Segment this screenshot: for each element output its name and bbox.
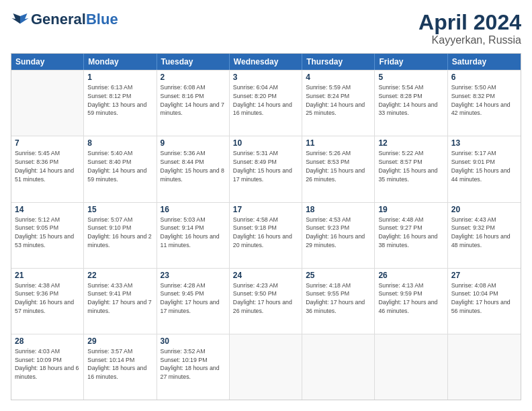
header-cell-friday: Friday — [375, 54, 447, 70]
calendar-cell — [448, 334, 521, 400]
calendar-cell — [302, 334, 375, 400]
calendar-cell: 8Sunrise: 5:40 AMSunset: 8:40 PMDaylight… — [84, 136, 157, 201]
day-number: 14 — [15, 205, 80, 214]
calendar-cell: 28Sunrise: 4:03 AMSunset: 10:09 PMDaylig… — [11, 334, 84, 400]
calendar-cell — [11, 71, 84, 136]
day-info: Sunrise: 5:07 AMSunset: 9:10 PMDaylight:… — [87, 216, 152, 250]
calendar-cell: 10Sunrise: 5:31 AMSunset: 8:49 PMDayligh… — [230, 136, 302, 201]
calendar-row-1: 7Sunrise: 5:45 AMSunset: 8:36 PMDaylight… — [11, 136, 521, 201]
calendar-cell: 29Sunrise: 3:57 AMSunset: 10:14 PMDaylig… — [84, 334, 157, 400]
day-info: Sunrise: 4:08 AMSunset: 10:04 PMDaylight… — [451, 281, 517, 316]
logo: GeneralBlue — [11, 11, 118, 28]
day-info: Sunrise: 4:53 AMSunset: 9:23 PMDaylight:… — [306, 216, 371, 250]
calendar-cell: 12Sunrise: 5:22 AMSunset: 8:57 PMDayligh… — [375, 136, 447, 201]
day-number: 24 — [233, 271, 298, 280]
calendar-cell: 26Sunrise: 4:13 AMSunset: 9:59 PMDayligh… — [375, 269, 447, 334]
day-number: 16 — [161, 205, 226, 214]
day-info: Sunrise: 5:22 AMSunset: 8:57 PMDaylight:… — [378, 149, 443, 183]
day-number: 18 — [306, 205, 371, 214]
calendar-body: 1Sunrise: 6:13 AMSunset: 8:12 PMDaylight… — [11, 70, 521, 400]
day-info: Sunrise: 5:45 AMSunset: 8:36 PMDaylight:… — [15, 149, 80, 183]
day-info: Sunrise: 6:04 AMSunset: 8:20 PMDaylight:… — [233, 83, 298, 118]
calendar-header-row: SundayMondayTuesdayWednesdayThursdayFrid… — [11, 54, 521, 70]
calendar-cell: 19Sunrise: 4:48 AMSunset: 9:27 PMDayligh… — [375, 203, 447, 268]
day-info: Sunrise: 4:03 AMSunset: 10:09 PMDaylight… — [15, 347, 80, 381]
calendar-cell: 13Sunrise: 5:17 AMSunset: 9:01 PMDayligh… — [448, 136, 521, 201]
day-number: 9 — [161, 138, 226, 148]
logo-general: General — [31, 11, 86, 28]
day-info: Sunrise: 4:58 AMSunset: 9:18 PMDaylight:… — [233, 216, 298, 250]
calendar-cell: 15Sunrise: 5:07 AMSunset: 9:10 PMDayligh… — [84, 203, 157, 268]
day-number: 22 — [87, 271, 152, 280]
day-number: 15 — [87, 205, 152, 214]
calendar: SundayMondayTuesdayWednesdayThursdayFrid… — [11, 53, 521, 400]
day-info: Sunrise: 5:03 AMSunset: 9:14 PMDaylight:… — [161, 216, 226, 250]
calendar-cell: 18Sunrise: 4:53 AMSunset: 9:23 PMDayligh… — [302, 203, 375, 268]
svg-marker-1 — [11, 13, 20, 24]
calendar-cell: 22Sunrise: 4:33 AMSunset: 9:41 PMDayligh… — [84, 269, 157, 334]
day-info: Sunrise: 6:08 AMSunset: 8:16 PMDaylight:… — [161, 83, 226, 118]
day-number: 30 — [161, 336, 226, 346]
page: GeneralBlue April 2024 Kayyerkan, Russia… — [0, 0, 532, 411]
day-number: 20 — [451, 205, 517, 214]
day-number: 1 — [87, 73, 152, 82]
day-info: Sunrise: 5:59 AMSunset: 8:24 PMDaylight:… — [306, 83, 371, 118]
day-info: Sunrise: 4:48 AMSunset: 9:27 PMDaylight:… — [378, 216, 443, 250]
logo-icon — [11, 12, 30, 27]
calendar-cell: 6Sunrise: 5:50 AMSunset: 8:32 PMDaylight… — [448, 71, 521, 136]
header-cell-tuesday: Tuesday — [157, 54, 230, 70]
calendar-cell: 7Sunrise: 5:45 AMSunset: 8:36 PMDaylight… — [11, 136, 84, 201]
header-cell-saturday: Saturday — [448, 54, 521, 70]
day-info: Sunrise: 6:13 AMSunset: 8:12 PMDaylight:… — [87, 83, 152, 118]
day-number: 10 — [233, 138, 298, 148]
calendar-cell: 16Sunrise: 5:03 AMSunset: 9:14 PMDayligh… — [157, 203, 230, 268]
day-number: 13 — [451, 138, 517, 148]
day-info: Sunrise: 5:40 AMSunset: 8:40 PMDaylight:… — [87, 149, 152, 183]
title-block: April 2024 Kayyerkan, Russia — [418, 11, 521, 46]
header-cell-monday: Monday — [84, 54, 157, 70]
calendar-cell: 17Sunrise: 4:58 AMSunset: 9:18 PMDayligh… — [230, 203, 302, 268]
day-number: 3 — [233, 73, 298, 82]
calendar-cell: 2Sunrise: 6:08 AMSunset: 8:16 PMDaylight… — [157, 71, 230, 136]
calendar-cell: 21Sunrise: 4:38 AMSunset: 9:36 PMDayligh… — [11, 269, 84, 334]
day-info: Sunrise: 4:38 AMSunset: 9:36 PMDaylight:… — [15, 281, 80, 316]
day-info: Sunrise: 5:12 AMSunset: 9:05 PMDaylight:… — [15, 216, 80, 250]
day-number: 23 — [161, 271, 226, 280]
day-info: Sunrise: 4:23 AMSunset: 9:50 PMDaylight:… — [233, 281, 298, 316]
calendar-row-3: 21Sunrise: 4:38 AMSunset: 9:36 PMDayligh… — [11, 268, 521, 334]
day-number: 26 — [378, 271, 443, 280]
header-cell-wednesday: Wednesday — [230, 54, 302, 70]
calendar-cell: 30Sunrise: 3:52 AMSunset: 10:19 PMDaylig… — [157, 334, 230, 400]
logo-blue: Blue — [86, 11, 118, 28]
day-number: 6 — [451, 73, 517, 82]
day-info: Sunrise: 4:43 AMSunset: 9:32 PMDaylight:… — [451, 216, 517, 250]
calendar-cell — [230, 334, 302, 400]
day-info: Sunrise: 4:18 AMSunset: 9:55 PMDaylight:… — [306, 281, 371, 316]
calendar-row-4: 28Sunrise: 4:03 AMSunset: 10:09 PMDaylig… — [11, 334, 521, 400]
calendar-cell: 9Sunrise: 5:36 AMSunset: 8:44 PMDaylight… — [157, 136, 230, 201]
calendar-cell: 20Sunrise: 4:43 AMSunset: 9:32 PMDayligh… — [448, 203, 521, 268]
calendar-cell: 5Sunrise: 5:54 AMSunset: 8:28 PMDaylight… — [375, 71, 447, 136]
day-info: Sunrise: 4:33 AMSunset: 9:41 PMDaylight:… — [87, 281, 152, 316]
day-number: 5 — [378, 73, 443, 82]
calendar-cell — [375, 334, 447, 400]
day-number: 25 — [306, 271, 371, 280]
day-number: 2 — [161, 73, 226, 82]
day-number: 11 — [306, 138, 371, 148]
day-number: 17 — [233, 205, 298, 214]
header-cell-thursday: Thursday — [302, 54, 375, 70]
calendar-cell: 24Sunrise: 4:23 AMSunset: 9:50 PMDayligh… — [230, 269, 302, 334]
day-number: 21 — [15, 271, 80, 280]
calendar-cell: 3Sunrise: 6:04 AMSunset: 8:20 PMDaylight… — [230, 71, 302, 136]
day-number: 4 — [306, 73, 371, 82]
calendar-cell: 27Sunrise: 4:08 AMSunset: 10:04 PMDaylig… — [448, 269, 521, 334]
day-info: Sunrise: 3:57 AMSunset: 10:14 PMDaylight… — [87, 347, 152, 381]
day-info: Sunrise: 3:52 AMSunset: 10:19 PMDaylight… — [161, 347, 226, 381]
calendar-row-0: 1Sunrise: 6:13 AMSunset: 8:12 PMDaylight… — [11, 70, 521, 136]
day-info: Sunrise: 5:54 AMSunset: 8:28 PMDaylight:… — [378, 83, 443, 118]
day-info: Sunrise: 5:26 AMSunset: 8:53 PMDaylight:… — [306, 149, 371, 183]
calendar-cell: 23Sunrise: 4:28 AMSunset: 9:45 PMDayligh… — [157, 269, 230, 334]
day-info: Sunrise: 5:17 AMSunset: 9:01 PMDaylight:… — [451, 149, 517, 183]
calendar-cell: 14Sunrise: 5:12 AMSunset: 9:05 PMDayligh… — [11, 203, 84, 268]
month-title: April 2024 — [418, 11, 521, 34]
